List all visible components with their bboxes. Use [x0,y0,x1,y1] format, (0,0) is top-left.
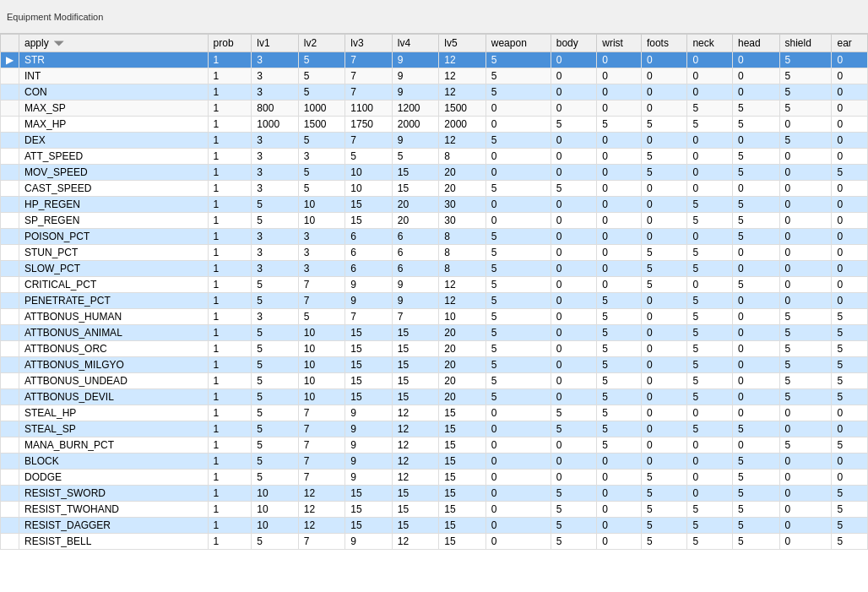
cell-lv1: 800 [252,100,298,117]
cell-weapon: 0 [486,165,551,181]
cell-lv1: 1000 [252,117,298,133]
cell-lv1: 5 [252,405,298,421]
table-row[interactable]: CON135791250000050 [1,84,868,100]
cell-head: 5 [733,277,779,293]
table-row[interactable]: ATTBONUS_UNDEAD151015152050505055 [1,373,868,389]
table-row[interactable]: ATTBONUS_HUMAN135771050505055 [1,309,868,325]
table-row[interactable]: RESIST_SWORD1101215151505050505 [1,486,868,502]
table-row[interactable]: DEX135791250000050 [1,133,868,149]
table-row[interactable]: HP_REGEN151015203000005500 [1,197,868,213]
cell-foots: 0 [641,213,687,229]
cell-body: 5 [551,117,597,133]
row-indicator [1,261,19,277]
table-row[interactable]: STUN_PCT13366850055000 [1,245,868,261]
table-row[interactable]: MOV_SPEED13510152000050505 [1,165,868,181]
table-row[interactable]: INT135791250000050 [1,68,868,84]
table-row[interactable]: POISON_PCT13366850000500 [1,229,868,245]
cell-shield: 0 [779,245,832,261]
cell-neck: 5 [687,325,733,341]
cell-weapon: 5 [486,133,551,149]
cell-lv2: 7 [298,437,344,454]
col-apply[interactable]: apply [19,35,209,52]
cell-lv4: 15 [392,357,438,373]
cell-foots: 0 [641,84,687,100]
cell-prob: 1 [208,437,252,454]
cell-lv4: 9 [392,293,438,309]
cell-lv1: 3 [252,68,298,84]
row-indicator [1,117,19,133]
table-row[interactable]: SLOW_PCT13366850055000 [1,261,868,277]
table-row[interactable]: ATTBONUS_ANIMAL151015152050505055 [1,325,868,341]
cell-weapon: 5 [486,293,551,309]
cell-head: 5 [733,165,779,181]
cell-body: 0 [551,357,597,373]
table-row[interactable]: PENETRATE_PCT157991250505000 [1,293,868,309]
cell-head: 5 [733,213,779,229]
row-indicator [1,229,19,245]
cell-head: 5 [733,518,779,534]
cell-apply: CRITICAL_PCT [19,277,209,293]
cell-weapon: 5 [486,52,551,68]
cell-wrist: 5 [597,309,642,325]
cell-neck: 5 [687,197,733,213]
cell-shield: 0 [779,181,832,197]
table-row[interactable]: MAX_HP11000150017502000200005555500 [1,117,868,133]
cell-head: 0 [733,84,779,100]
cell-prob: 1 [208,277,252,293]
table-row[interactable]: CRITICAL_PCT157991250050500 [1,277,868,293]
cell-lv4: 12 [392,454,438,470]
table-row[interactable]: STEAL_HP1579121505500000 [1,405,868,421]
cell-neck: 0 [687,133,733,149]
cell-lv2: 10 [298,197,344,213]
table-row[interactable]: ATTBONUS_ORC151015152050505055 [1,341,868,357]
table-row[interactable]: BLOCK1579121500000500 [1,454,868,470]
table-row[interactable]: STEAL_SP1579121505505500 [1,421,868,437]
cell-lv4: 15 [392,181,438,197]
cell-lv4: 20 [392,213,438,229]
cell-lv3: 6 [345,245,392,261]
table-row[interactable]: DODGE1579121500050500 [1,470,868,486]
cell-lv4: 12 [392,437,438,454]
cell-neck: 5 [687,100,733,117]
row-indicator [1,213,19,229]
cell-weapon: 0 [486,502,551,518]
table-row[interactable]: ATTBONUS_MILGYO151015152050505055 [1,357,868,373]
table-row[interactable]: MAX_SP1800100011001200150000005550 [1,100,868,117]
cell-foots: 0 [641,100,687,117]
cell-lv5: 15 [439,470,486,486]
table-row[interactable]: RESIST_DAGGER1101215151505055505 [1,518,868,534]
cell-apply: SP_REGEN [19,213,209,229]
cell-lv2: 5 [298,165,344,181]
table-row[interactable]: RESIST_BELL1579121505055505 [1,534,868,550]
col-lv2: lv2 [298,35,344,52]
cell-ear: 0 [832,117,868,133]
table-row[interactable]: MANA_BURN_PCT1579121500500055 [1,437,868,454]
cell-lv1: 3 [252,245,298,261]
cell-body: 0 [551,470,597,486]
cell-body: 0 [551,437,597,454]
table-row[interactable]: ATT_SPEED13355800050500 [1,149,868,165]
cell-shield: 0 [779,534,832,550]
cell-ear: 5 [832,437,868,454]
cell-foots: 0 [641,405,687,421]
cell-wrist: 0 [597,261,642,277]
table-row[interactable]: RESIST_TWOHAND1101215151505055505 [1,502,868,518]
table-row[interactable]: CAST_SPEED13510152055000000 [1,181,868,197]
cell-lv4: 5 [392,149,438,165]
cell-foots: 5 [641,470,687,486]
cell-lv5: 1500 [439,100,486,117]
table-row[interactable]: ▶STR135791250000050 [1,52,868,68]
cell-foots: 0 [641,293,687,309]
cell-ear: 0 [832,213,868,229]
cell-foots: 0 [641,341,687,357]
cell-prob: 1 [208,454,252,470]
table-row[interactable]: ATTBONUS_DEVIL151015152050505055 [1,389,868,405]
cell-prob: 1 [208,486,252,502]
cell-wrist: 5 [597,421,642,437]
cell-shield: 0 [779,117,832,133]
cell-wrist: 0 [597,502,642,518]
dropdown-arrow-icon[interactable] [54,38,64,48]
cell-foots: 5 [641,277,687,293]
cell-lv3: 15 [345,357,392,373]
table-row[interactable]: SP_REGEN151015203000005500 [1,213,868,229]
